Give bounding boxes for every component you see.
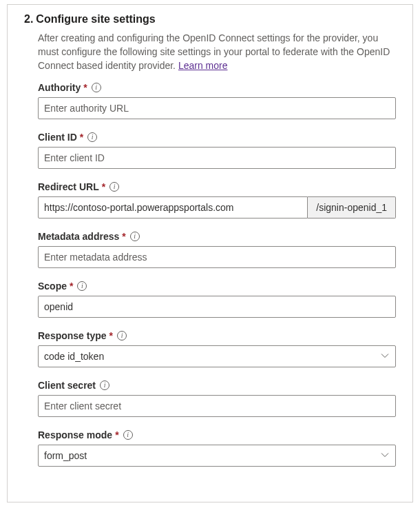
redirect-url-suffix: /signin-openid_1 [308, 196, 396, 219]
step-description: After creating and configuring the OpenI… [38, 31, 396, 72]
response-type-select[interactable]: code id_token [38, 345, 396, 367]
configure-site-settings-panel: 2. Configure site settings After creatin… [7, 4, 413, 502]
info-icon[interactable]: i [109, 182, 119, 192]
info-icon[interactable]: i [100, 380, 109, 390]
required-mark: * [83, 82, 87, 93]
authority-label: Authority [38, 82, 81, 93]
response-type-value: code id_token [44, 351, 104, 362]
client-id-label: Client ID [38, 132, 77, 143]
metadata-address-input[interactable] [38, 246, 396, 268]
info-icon[interactable]: i [117, 331, 127, 341]
response-type-field-group: Response type * i code id_token [38, 330, 396, 367]
required-mark: * [115, 429, 118, 440]
scope-field-group: Scope * i [38, 281, 396, 318]
metadata-address-field-group: Metadata address * i [38, 231, 396, 268]
required-mark: * [80, 132, 83, 143]
scope-input[interactable] [38, 296, 396, 318]
response-mode-label: Response mode [38, 429, 112, 440]
response-mode-value: form_post [44, 450, 87, 461]
learn-more-link[interactable]: Learn more [178, 60, 228, 71]
site-settings-fields: Authority * i Client ID * i Redirect URL… [38, 82, 396, 467]
response-type-label: Response type [38, 330, 107, 341]
response-mode-field-group: Response mode * i form_post [38, 429, 396, 467]
required-mark: * [70, 281, 73, 292]
redirect-url-field-group: Redirect URL * i /signin-openid_1 [38, 181, 396, 219]
info-icon[interactable]: i [130, 232, 140, 241]
client-secret-field-group: Client secret i [38, 380, 396, 417]
client-secret-input[interactable] [38, 395, 396, 417]
info-icon[interactable]: i [77, 281, 87, 291]
response-mode-select[interactable]: form_post [38, 445, 396, 467]
step-number: 2. [24, 13, 33, 26]
client-id-field-group: Client ID * i [38, 132, 396, 169]
client-secret-label: Client secret [38, 380, 96, 391]
required-mark: * [122, 231, 125, 242]
step-title: Configure site settings [36, 13, 155, 26]
redirect-url-input[interactable] [38, 196, 308, 219]
required-mark: * [102, 181, 105, 192]
client-id-input[interactable] [38, 147, 396, 169]
metadata-address-label: Metadata address [38, 231, 119, 242]
authority-input[interactable] [38, 97, 396, 119]
info-icon[interactable]: i [92, 83, 101, 92]
step-heading: 2. Configure site settings [24, 13, 396, 26]
authority-field-group: Authority * i [38, 82, 396, 119]
redirect-url-label: Redirect URL [38, 181, 99, 192]
info-icon[interactable]: i [123, 430, 133, 440]
info-icon[interactable]: i [87, 132, 97, 142]
required-mark: * [109, 330, 113, 341]
scope-label: Scope [38, 281, 67, 292]
